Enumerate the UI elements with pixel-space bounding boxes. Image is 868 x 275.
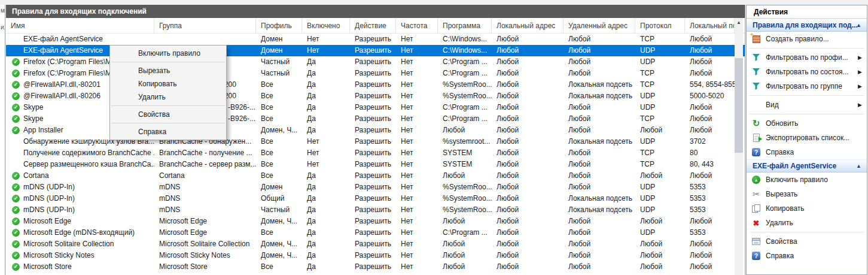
cell-program: Любой — [438, 261, 492, 273]
cell-override: Нет — [396, 56, 438, 68]
section-header-inbound-rules[interactable]: Правила для входящих под... ▲ — [747, 19, 867, 32]
menu-separator — [111, 123, 225, 123]
table-row[interactable]: Cortana Cortana Все Да Разрешить Нет Люб… — [6, 170, 745, 182]
collapse-icon[interactable]: ▲ — [856, 19, 861, 32]
menu-item-properties[interactable]: Свойства — [110, 108, 226, 121]
column-header-profile[interactable]: Профиль — [256, 18, 302, 33]
action-filter-by-profile[interactable]: Фильтровать по профи... ▶ — [747, 50, 867, 65]
cell-action: Разрешить — [350, 147, 396, 159]
cell-protocol: Любой — [635, 216, 685, 227]
column-header-protocol[interactable]: Протокол — [635, 18, 685, 33]
rule-name: mDNS (UDP-In) — [23, 193, 75, 204]
cell-profile: Домен, Ч... — [256, 216, 302, 227]
action-refresh[interactable]: Обновить — [747, 116, 867, 131]
column-header-program[interactable]: Программа — [438, 18, 492, 33]
column-header-local-address[interactable]: Локальный адрес — [492, 18, 564, 33]
column-header-name[interactable]: Имя — [6, 18, 154, 33]
rule-name: Получение содержимого BranchCache ... — [23, 147, 154, 159]
cell-group — [154, 34, 256, 45]
action-enable-rule[interactable]: Включить правило — [747, 173, 867, 187]
cell-action: Разрешить — [350, 193, 396, 204]
cell-local-port: Любой — [685, 170, 735, 182]
table-row[interactable]: Получение содержимого BranchCache ... Br… — [6, 147, 745, 159]
cell-local-address: Любой — [492, 227, 564, 238]
cell-protocol: UDP — [635, 193, 685, 204]
column-header-remote-address[interactable]: Удаленный адрес — [564, 18, 635, 33]
cell-protocol: TCP — [635, 159, 685, 170]
collapse-icon[interactable]: ▲ — [856, 160, 861, 173]
rule-name: Сервер размещенного кэша BranchCa... — [23, 159, 154, 170]
table-row[interactable]: mDNS (UDP-In) mDNS Общий Да Разрешить Не… — [6, 193, 745, 204]
menu-item-cut[interactable]: Вырезать — [110, 64, 226, 77]
vertical-scrollbar[interactable]: ▲ — [735, 18, 743, 275]
action-delete[interactable]: Удалить — [747, 216, 867, 230]
action-help[interactable]: Справка — [747, 145, 867, 159]
cell-remote-address: Любой — [564, 182, 635, 193]
table-row[interactable]: Microsoft Store Microsoft Store Все Да Р… — [6, 261, 745, 273]
section-header-selected-rule[interactable]: EXE-файл AgentService ▲ — [747, 159, 867, 173]
cell-local-address: Любой — [492, 68, 564, 79]
column-header-local-port[interactable]: Локальный по — [685, 18, 735, 33]
column-header-override[interactable]: Частота — [396, 18, 438, 33]
table-row[interactable]: mDNS (UDP-In) mDNS Домен Да Разрешить Не… — [6, 182, 745, 193]
action-properties[interactable]: Свойства — [747, 234, 867, 249]
action-export-list[interactable]: Экспортировать список... — [747, 131, 867, 145]
cell-protocol: UDP — [635, 45, 685, 56]
cell-program: %SystemRoo... — [438, 204, 492, 216]
action-new-rule[interactable]: Создать правило... — [747, 32, 867, 46]
action-copy[interactable]: Копировать — [747, 201, 867, 216]
rule-enabled-check-icon — [12, 92, 20, 100]
cell-override: Нет — [396, 204, 438, 216]
cell-protocol: UDP — [635, 204, 685, 216]
table-row[interactable]: EXE-файл AgentService Домен Нет Разрешит… — [6, 34, 745, 45]
cell-enabled: Да — [302, 113, 350, 125]
table-row[interactable]: Microsoft Solitaire Collection Microsoft… — [6, 238, 745, 250]
section-header-label: Правила для входящих под... — [753, 21, 858, 29]
column-header-action[interactable]: Действие — [350, 18, 396, 33]
cell-action: Разрешить — [350, 125, 396, 136]
menu-item-enable-rule[interactable]: Включить правило — [110, 47, 226, 60]
table-row[interactable]: Microsoft Edge (mDNS-входящий) Microsoft… — [6, 227, 745, 238]
action-cut[interactable]: Вырезать — [747, 187, 867, 201]
table-row[interactable]: mDNS (UDP-In) mDNS Частный Да Разрешить … — [6, 204, 745, 216]
menu-item-help[interactable]: Справка — [110, 125, 226, 138]
table-row[interactable]: Microsoft Sticky Notes Microsoft Sticky … — [6, 250, 745, 261]
action-label: Вид — [766, 101, 779, 109]
rule-enabled-check-icon — [12, 252, 20, 259]
cell-local-address: Любой — [492, 250, 564, 261]
action-view[interactable]: Вид ▶ — [747, 98, 867, 112]
cell-enabled: Да — [302, 56, 350, 68]
cell-protocol: UDP — [635, 227, 685, 238]
menu-item-delete[interactable]: Удалить — [110, 90, 226, 104]
cell-enabled: Да — [302, 68, 350, 79]
action-filter-by-group[interactable]: Фильтровать по группе ▶ — [747, 79, 867, 93]
scroll-up-icon[interactable]: ▲ — [735, 18, 743, 28]
cell-local-address: Любой — [492, 125, 564, 136]
cell-remote-address: Любой — [564, 159, 635, 170]
cell-remote-address: Любой — [564, 102, 635, 113]
action-label: Справка — [766, 148, 794, 156]
action-help-2[interactable]: Справка — [747, 249, 867, 263]
column-header-enabled[interactable]: Включено — [302, 18, 350, 33]
properties-icon — [751, 237, 761, 246]
cell-remote-address: Любой — [564, 170, 635, 182]
menu-item-copy[interactable]: Копировать — [110, 77, 226, 90]
rule-enabled-check-icon — [12, 58, 20, 66]
cell-name: EXE-файл AgentService — [6, 34, 154, 45]
cell-remote-address: Любой — [564, 227, 635, 238]
cell-action: Разрешить — [350, 102, 396, 113]
action-label: Справка — [766, 252, 794, 260]
column-header-group[interactable]: Группа — [154, 18, 256, 33]
action-filter-by-state[interactable]: Фильтровать по состоя... ▶ — [747, 65, 867, 79]
cell-enabled: Нет — [302, 147, 350, 159]
scrollbar-thumb[interactable] — [735, 58, 743, 153]
table-row[interactable]: Сервер размещенного кэша BranchCa... Bra… — [6, 159, 745, 170]
cell-local-port: Любой — [685, 261, 735, 273]
cell-enabled: Да — [302, 102, 350, 113]
rule-group: mDNS — [159, 193, 180, 204]
cell-local-port: Любой — [685, 56, 735, 68]
submenu-arrow-icon: ▶ — [858, 102, 862, 108]
table-row[interactable]: Microsoft Edge Microsoft Edge Домен, Ч..… — [6, 216, 745, 227]
action-label: Копировать — [766, 204, 805, 213]
cell-override: Нет — [396, 250, 438, 261]
